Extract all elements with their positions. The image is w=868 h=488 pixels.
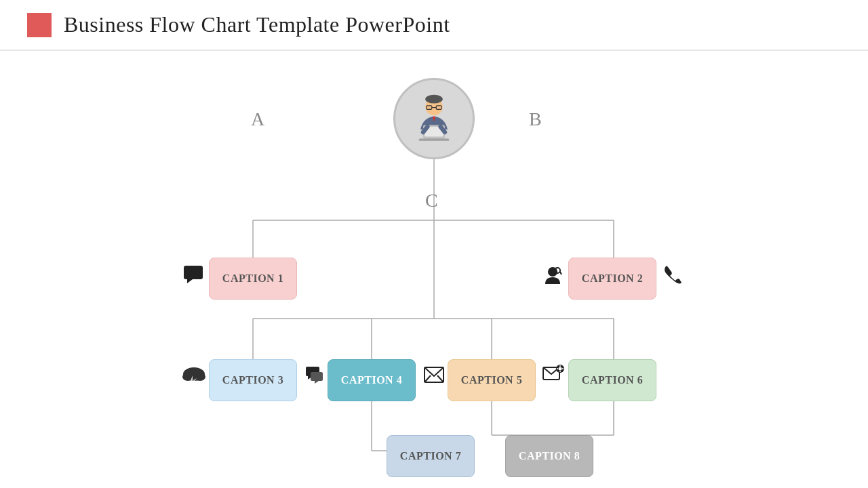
label-b: B [529,108,542,130]
chart-area: A B C CAPTION 1 CAPTION 2 [0,51,868,485]
caption-6-label: CAPTION 6 [582,374,643,386]
caption-1-box: CAPTION 1 [209,258,297,300]
caption-8-box: CAPTION 8 [505,435,593,477]
svg-rect-37 [311,372,323,381]
svg-rect-23 [419,139,450,141]
svg-point-44 [559,367,562,371]
page-title: Business Flow Chart Template PowerPoint [64,12,450,37]
avatar [393,78,475,159]
cloud-icon [181,365,207,391]
caption-5-label: CAPTION 5 [461,374,522,386]
caption-3-label: CAPTION 3 [222,374,283,386]
caption-4-label: CAPTION 4 [341,374,402,386]
caption-1-label: CAPTION 1 [222,272,283,285]
svg-line-41 [437,375,443,382]
caption-5-box: CAPTION 5 [448,359,536,401]
phone-icon [663,265,682,290]
svg-rect-26 [184,266,203,279]
caption-2-box: CAPTION 2 [568,258,656,300]
page-header: Business Flow Chart Template PowerPoint [0,0,868,51]
label-a: A [251,108,264,130]
caption-4-box: CAPTION 4 [328,359,416,401]
speech-bubbles-icon [305,366,324,388]
svg-line-40 [425,375,431,382]
caption-7-label: CAPTION 7 [400,450,461,462]
envelope-icon [424,366,444,388]
mail-settings-icon [542,365,564,388]
caption-6-box: CAPTION 6 [568,359,656,401]
svg-marker-27 [187,279,193,283]
svg-point-33 [195,373,205,381]
caption-7-box: CAPTION 7 [387,435,475,477]
caption-3-box: CAPTION 3 [209,359,297,401]
person-icon [407,92,461,146]
caption-2-label: CAPTION 2 [582,272,643,285]
chat-icon [183,265,203,289]
label-c: C [425,190,438,211]
svg-line-30 [560,272,561,274]
svg-marker-38 [315,381,319,384]
support-person-icon [542,265,563,290]
accent-bar [27,13,52,37]
svg-point-17 [425,95,443,104]
caption-8-label: CAPTION 8 [519,450,580,462]
